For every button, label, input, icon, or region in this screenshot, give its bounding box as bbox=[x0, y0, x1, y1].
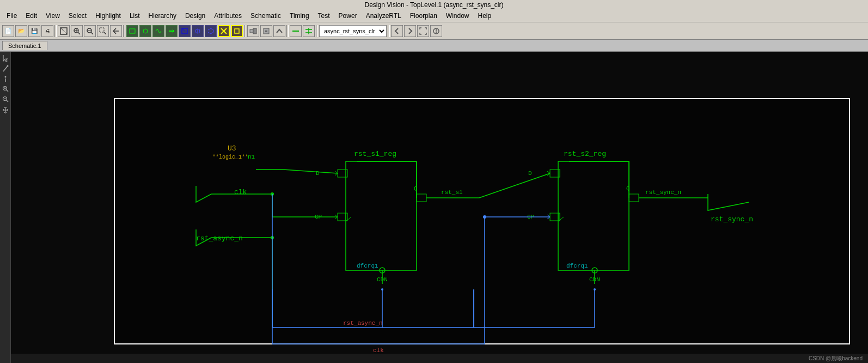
menu-analyzertl[interactable]: AnalyzeRTL bbox=[362, 11, 406, 21]
select-tool[interactable] bbox=[1, 54, 10, 63]
svg-rect-22 bbox=[250, 29, 253, 33]
svg-line-7 bbox=[91, 32, 93, 34]
menu-file[interactable]: File bbox=[2, 11, 21, 21]
menu-help[interactable]: Help bbox=[474, 11, 496, 21]
svg-text:rst_async_n: rst_async_n bbox=[196, 234, 243, 243]
svg-point-13 bbox=[143, 29, 148, 33]
tool7-button[interactable] bbox=[205, 25, 217, 37]
sep4 bbox=[286, 25, 289, 37]
zoom-in-tool[interactable] bbox=[1, 85, 10, 94]
menu-view[interactable]: View bbox=[41, 11, 64, 21]
tool5-button[interactable] bbox=[179, 25, 191, 37]
sep2 bbox=[123, 25, 125, 37]
toolbar: 📄 📂 💾 🖨 bbox=[0, 22, 868, 40]
zoom-fit-button[interactable] bbox=[58, 25, 70, 37]
menu-power[interactable]: Power bbox=[334, 11, 362, 21]
svg-text:Q: Q bbox=[626, 185, 630, 192]
tool6-button[interactable] bbox=[192, 25, 204, 37]
main-container: U3 **logic_1** n1 clk rst_async_n rst_s1… bbox=[0, 52, 868, 363]
expand-button[interactable] bbox=[247, 25, 259, 37]
svg-text:Q: Q bbox=[414, 185, 418, 192]
svg-rect-9 bbox=[100, 28, 104, 32]
tool8-button[interactable] bbox=[218, 25, 230, 37]
zoom-out-tool[interactable] bbox=[1, 95, 10, 104]
tool9-button[interactable] bbox=[231, 25, 243, 37]
menu-window[interactable]: Window bbox=[442, 11, 474, 21]
svg-point-34 bbox=[7, 65, 8, 67]
menu-list[interactable]: List bbox=[125, 11, 144, 21]
schematic-canvas[interactable]: U3 **logic_1** n1 clk rst_async_n rst_s1… bbox=[11, 52, 868, 363]
svg-text:CDN: CDN bbox=[377, 276, 388, 283]
menu-hierarchy[interactable]: Hierarchy bbox=[144, 11, 181, 21]
menu-bar: File Edit View Select Highlight List Hie… bbox=[0, 10, 868, 22]
fullscreen-button[interactable] bbox=[417, 25, 429, 37]
svg-text:rst_s1_reg: rst_s1_reg bbox=[354, 150, 396, 158]
save-button[interactable]: 💾 bbox=[28, 25, 40, 37]
svg-text:dfcrq1: dfcrq1 bbox=[357, 263, 378, 269]
svg-line-42 bbox=[6, 100, 8, 102]
menu-select[interactable]: Select bbox=[64, 11, 91, 21]
svg-text:rst_s2_reg: rst_s2_reg bbox=[564, 150, 606, 158]
sep3 bbox=[244, 25, 246, 37]
menu-edit[interactable]: Edit bbox=[21, 11, 41, 21]
tool4-button[interactable] bbox=[166, 25, 178, 37]
svg-text:rst_sync_n: rst_sync_n bbox=[711, 215, 753, 223]
menu-test[interactable]: Test bbox=[314, 11, 334, 21]
svg-text:clk: clk bbox=[373, 347, 384, 354]
sep6 bbox=[388, 25, 390, 37]
new-button[interactable]: 📄 bbox=[2, 25, 14, 37]
svg-point-113 bbox=[483, 215, 486, 219]
svg-line-3 bbox=[78, 32, 80, 34]
svg-rect-21 bbox=[235, 29, 239, 33]
forward-button[interactable] bbox=[404, 25, 416, 37]
draw-tool[interactable] bbox=[1, 64, 10, 73]
svg-text:rst_sync_n: rst_sync_n bbox=[645, 189, 681, 196]
menu-design[interactable]: Design bbox=[181, 11, 210, 21]
svg-text:rst_s1: rst_s1 bbox=[441, 189, 463, 196]
title-text: Design Vision - TopLevel.1 (async_rst_sy… bbox=[364, 1, 503, 9]
svg-text:U3: U3 bbox=[228, 144, 236, 153]
schematic-svg: U3 **logic_1** n1 clk rst_async_n rst_s1… bbox=[11, 52, 868, 363]
menu-highlight[interactable]: Highlight bbox=[91, 11, 125, 21]
svg-text:n1: n1 bbox=[248, 154, 255, 160]
design-dropdown[interactable]: async_rst_syns_clr bbox=[319, 25, 387, 37]
wire-button[interactable] bbox=[290, 25, 302, 37]
schematic-tab[interactable]: Schematic.1 bbox=[2, 41, 47, 50]
svg-line-38 bbox=[6, 90, 8, 92]
menu-attributes[interactable]: Attributes bbox=[210, 11, 246, 21]
zoom-out-button[interactable] bbox=[84, 25, 96, 37]
net-button[interactable] bbox=[303, 25, 315, 37]
pan-tool[interactable] bbox=[1, 106, 10, 114]
info-tool[interactable] bbox=[1, 75, 10, 83]
watermark-text: CSDN @晨曦backend bbox=[809, 355, 863, 362]
menu-floorplan[interactable]: Floorplan bbox=[406, 11, 442, 21]
svg-text:dfcrq1: dfcrq1 bbox=[566, 263, 588, 269]
svg-line-1 bbox=[60, 28, 67, 34]
svg-rect-23 bbox=[253, 28, 256, 34]
svg-text:**logic_1**: **logic_1** bbox=[212, 154, 248, 160]
svg-line-16 bbox=[182, 28, 187, 34]
svg-text:rst_async_n: rst_async_n bbox=[343, 320, 383, 326]
svg-text:D: D bbox=[316, 170, 320, 177]
print-button[interactable]: 🖨 bbox=[41, 25, 53, 37]
sep1 bbox=[54, 25, 57, 37]
tool3-button[interactable] bbox=[152, 25, 164, 37]
open-button[interactable]: 📂 bbox=[15, 25, 27, 37]
properties-button[interactable] bbox=[430, 25, 442, 37]
svg-line-33 bbox=[3, 66, 8, 71]
back-button[interactable] bbox=[391, 25, 403, 37]
tool2-button[interactable] bbox=[139, 25, 151, 37]
svg-text:clk: clk bbox=[234, 188, 247, 196]
svg-point-107 bbox=[594, 288, 596, 291]
collapse-button[interactable] bbox=[260, 25, 272, 37]
menu-schematic[interactable]: Schematic bbox=[246, 11, 285, 21]
zoom-area-button[interactable] bbox=[97, 25, 109, 37]
title-bar: Design Vision - TopLevel.1 (async_rst_sy… bbox=[0, 0, 868, 10]
zoom-prev-button[interactable] bbox=[110, 25, 122, 37]
tool1-button[interactable] bbox=[126, 25, 138, 37]
menu-timing[interactable]: Timing bbox=[285, 11, 314, 21]
sep5 bbox=[316, 25, 318, 37]
tab-label: Schematic.1 bbox=[8, 43, 41, 49]
hierarchy-up-button[interactable] bbox=[273, 25, 285, 37]
zoom-in-button[interactable] bbox=[71, 25, 83, 37]
